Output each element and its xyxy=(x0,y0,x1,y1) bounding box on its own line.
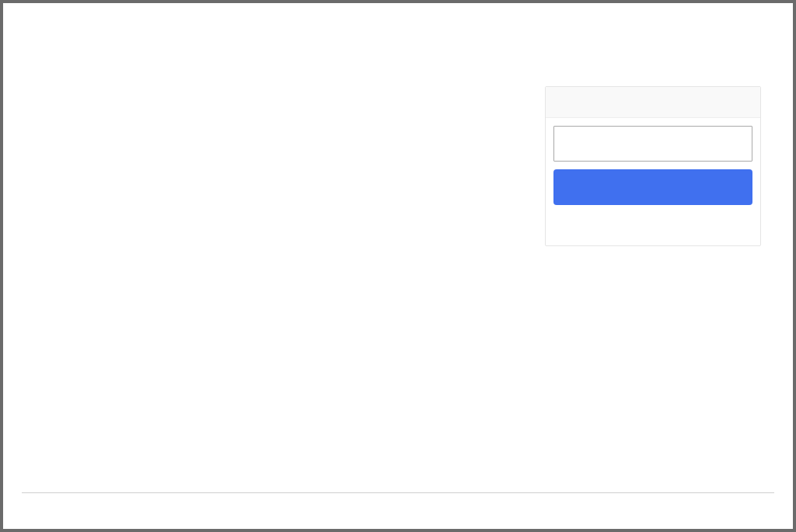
form-card xyxy=(545,86,761,246)
submit-button[interactable] xyxy=(553,169,752,205)
card-header xyxy=(546,87,760,118)
text-input[interactable] xyxy=(553,126,752,162)
horizontal-divider xyxy=(22,492,774,493)
card-body xyxy=(546,118,760,205)
page-viewport xyxy=(3,3,793,529)
